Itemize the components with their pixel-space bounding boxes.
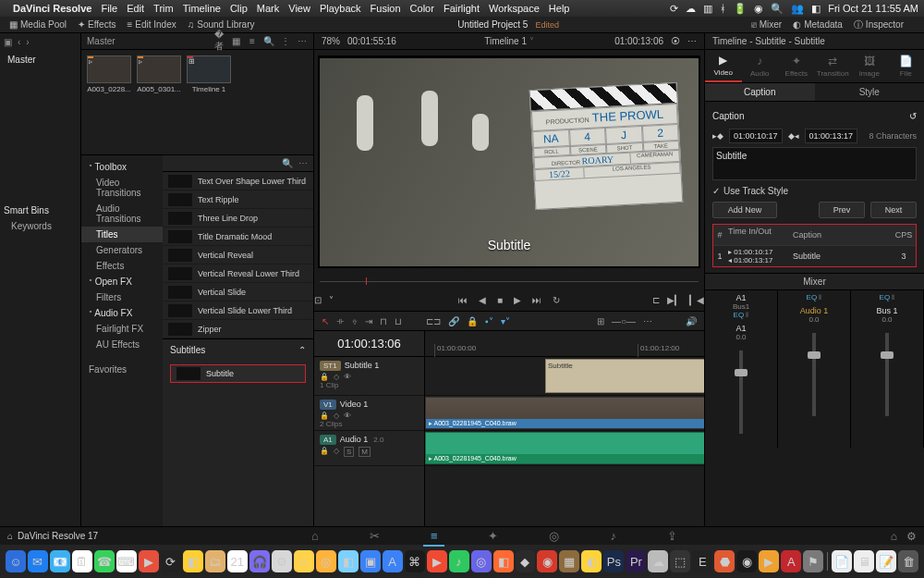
media-pool-breadcrumb[interactable]: Master [87, 36, 208, 46]
effect-category[interactable]: Generators [81, 242, 163, 258]
mixer-toggle[interactable]: ⎚ Mixer [751, 19, 782, 30]
menu-fairlight[interactable]: Fairlight [444, 3, 480, 14]
project-manager-icon[interactable]: ⌂ [891, 530, 897, 543]
dock-app[interactable]: ○ [294, 550, 314, 572]
zoom-slider[interactable]: —○— [612, 316, 636, 326]
inspector-tab-effects[interactable]: ✦Effects [778, 50, 815, 82]
media-pool-toggle[interactable]: ▦ Media Pool [9, 19, 67, 30]
dock-app[interactable]: ⬣ [714, 550, 735, 572]
link-toggle[interactable]: 🔗 [448, 316, 459, 326]
menu-mark[interactable]: Mark [257, 3, 279, 14]
viewer-source-dropdown[interactable]: ˅ [329, 295, 334, 305]
media-clip[interactable]: ▹A005_0301... [137, 55, 181, 93]
prev-frame-button[interactable]: ◀ [479, 295, 486, 305]
menubar-control-center-icon[interactable]: ◧ [811, 3, 821, 15]
viewer-options-icon[interactable]: ⋯ [687, 36, 697, 46]
inspector-tab-audio[interactable]: ♪Audio [742, 50, 779, 82]
menubar-cloud-icon[interactable]: ☁ [686, 3, 696, 15]
page-6[interactable]: ⇪ [667, 529, 677, 543]
dock-app[interactable]: 🗓 [72, 550, 92, 572]
viewer-scrubber[interactable] [320, 274, 699, 289]
dock-app[interactable]: ◎ [471, 550, 492, 572]
audio-clip[interactable]: ▸ A003_02281945_C040.braw [425, 432, 704, 464]
sidebar-nav-fwd[interactable]: › [26, 37, 29, 47]
page-2[interactable]: ≡ [431, 529, 438, 543]
dock-app[interactable]: 📝 [876, 550, 896, 572]
prev-edit-icon[interactable]: ▎◀ [689, 295, 704, 305]
page-1[interactable]: ✂ [370, 529, 380, 543]
filter-icon[interactable]: ⋮ [280, 36, 291, 46]
effect-category[interactable]: Audio Transitions [81, 201, 163, 227]
options-icon[interactable]: ⋯ [297, 36, 308, 46]
subtab-caption[interactable]: Caption [705, 83, 815, 101]
end-timecode-field[interactable]: 01:00:13:17 [805, 129, 858, 143]
thumb-view-icon[interactable]: ▦ [230, 36, 241, 46]
bin-master[interactable]: Master [4, 53, 77, 67]
effect-category[interactable]: Favorites [81, 362, 163, 377]
mixer-strip[interactable]: EQ ⦀ Bus 1 0.0 [851, 290, 924, 448]
dock-app[interactable]: 📄 [832, 550, 852, 572]
selection-tool[interactable]: ↖ [322, 316, 329, 326]
dock-app[interactable]: ◧ [338, 550, 359, 572]
effect-category[interactable]: Video Transitions [81, 175, 163, 201]
track-head-video[interactable]: V1Video 1 🔒◇👁 2 Clips [314, 396, 424, 431]
stop-button[interactable]: ■ [497, 295, 503, 305]
dock-app[interactable]: ▶ [759, 550, 779, 572]
dock-app[interactable]: ▣ [360, 550, 381, 572]
track-lock-icon[interactable]: 🔒 [320, 447, 329, 457]
effect-title-item[interactable]: Text Ripple [163, 191, 313, 209]
timeline-view-options[interactable]: ⊞ [597, 316, 604, 326]
subtitle-track[interactable]: Subtitle Add Subtitle [425, 357, 704, 396]
metadata-toggle[interactable]: ◐ Metadata [793, 19, 843, 30]
collapse-icon[interactable]: ⌃ [298, 345, 306, 355]
use-track-style-checkbox[interactable]: ✓ [712, 186, 720, 196]
timeline-ruler[interactable]: 01:00:00:0001:00:12:0001:00:14:0001:00:1… [425, 331, 704, 357]
dock-app[interactable]: ◐ [581, 550, 602, 572]
overwrite-tool[interactable]: ⊓ [380, 316, 387, 326]
track-head-subtitle[interactable]: ST1Subtitle 1 🔒◇👁 1 Clip [314, 357, 424, 396]
page-3[interactable]: ✦ [488, 529, 498, 543]
menu-fusion[interactable]: Fusion [371, 3, 401, 14]
dock-app[interactable]: ◧ [493, 550, 514, 572]
caption-row[interactable]: 1 ▸ 01:00:10:17◂ 01:00:13:17 Subtitle 3 [713, 245, 916, 266]
inspector-tab-video[interactable]: ▶Video [705, 50, 742, 82]
menu-color[interactable]: Color [410, 3, 434, 14]
media-clip[interactable]: ⊞Timeline 1 [187, 55, 231, 93]
video-track[interactable]: ▸ A003_02281945_C040.braw [425, 396, 704, 431]
smart-bin-keywords[interactable]: Keywords [4, 221, 77, 231]
smart-bins-header[interactable]: Smart Bins [4, 205, 77, 215]
dock-app[interactable]: Ps [603, 550, 624, 572]
track-visible-icon[interactable]: 👁 [344, 373, 351, 381]
dock-app[interactable]: ⚑ [803, 550, 823, 572]
dock-app[interactable]: E [692, 550, 712, 572]
project-settings-icon[interactable]: ⚙ [906, 530, 917, 543]
caption-text-field[interactable]: Subtitle [712, 147, 917, 180]
insert-tool[interactable]: ⇥ [365, 316, 372, 326]
effect-title-item[interactable]: Text Over Shape Lower Third [163, 172, 313, 191]
effect-title-item[interactable]: Zipper [163, 320, 313, 338]
dock-app[interactable]: ☁ [648, 550, 668, 572]
menubar-app-name[interactable]: DaVinci Resolve [13, 3, 91, 14]
page-0[interactable]: ⌂ [311, 529, 319, 543]
track-solo-button[interactable]: S [344, 447, 354, 457]
gang-icon[interactable]: ▶▎ [667, 295, 682, 305]
start-timecode-field[interactable]: 01:00:10:17 [729, 129, 783, 143]
dock-app[interactable]: 🖥 [854, 550, 874, 572]
dock-app[interactable]: ◆ [516, 550, 536, 572]
timeline-options[interactable]: ⋯ [643, 316, 652, 326]
snap-toggle[interactable]: ⊏⊐ [426, 316, 441, 326]
dock-app[interactable]: Pr [626, 550, 646, 572]
dock-app[interactable]: A [383, 550, 403, 572]
home-icon[interactable]: ⌂ [7, 531, 13, 541]
effect-title-item[interactable]: Three Line Drop [163, 209, 313, 228]
dock-app[interactable]: ⟳ [161, 550, 181, 572]
dock-app[interactable]: ✉ [28, 550, 48, 572]
effects-search-icon[interactable]: 🔍 [282, 158, 293, 168]
next-frame-button[interactable]: ⏭ [532, 295, 541, 305]
effect-category[interactable]: Filters [81, 289, 163, 305]
track-lock-icon[interactable]: 🔒 [320, 373, 329, 381]
viewer-mode-icon[interactable]: ⦿ [671, 36, 680, 46]
track-head-audio[interactable]: A1Audio 12.0 🔒◇SM [314, 431, 424, 466]
keyframe-end-icon[interactable]: ◆◂ [788, 131, 799, 141]
play-button[interactable]: ▶ [514, 295, 521, 305]
